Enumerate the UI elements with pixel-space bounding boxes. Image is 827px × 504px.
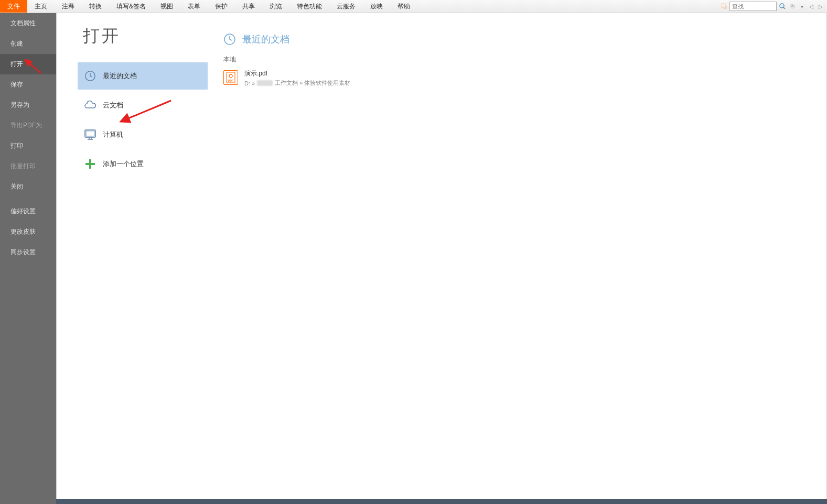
sidebar-item[interactable]: 偏好设置: [0, 201, 56, 222]
top-menu-bar: 文件主页注释转换填写&签名视图表单保护共享浏览特色功能云服务放映帮助 ▾ ◁ ▷: [0, 0, 827, 13]
settings-icon[interactable]: [788, 2, 797, 10]
file-path: D: » 工作文档 » 体验软件使用素材: [244, 79, 350, 87]
top-right-controls: ▾ ◁ ▷: [720, 0, 827, 13]
menu-item[interactable]: 特色功能: [289, 0, 329, 13]
local-section-label: 本地: [223, 55, 826, 64]
sidebar-item[interactable]: 打印: [0, 136, 56, 156]
menu-item[interactable]: 填写&签名: [109, 0, 153, 13]
sidebar-item[interactable]: 关闭: [0, 177, 56, 197]
page-title: 打开: [78, 25, 208, 48]
recent-panel: 最近的文档 本地 PDF 演示.pdf D: » 工作文档 » 体验软件使用素材: [208, 13, 826, 503]
open-source-label: 云文档: [103, 101, 123, 110]
clock-icon: [84, 70, 96, 82]
open-source-label: 添加一个位置: [103, 159, 144, 169]
sidebar-item[interactable]: 文档属性: [0, 13, 56, 34]
quick-find-icon[interactable]: [720, 2, 728, 10]
menu-item[interactable]: 转换: [82, 0, 109, 13]
main-content: 打开 最近的文档云文档计算机添加一个位置 最近的文档 本地 PDF 演示.pdf…: [56, 13, 827, 504]
file-info: 演示.pdf D: » 工作文档 » 体验软件使用素材: [244, 69, 350, 87]
menu-item[interactable]: 主页: [27, 0, 55, 13]
sidebar-item[interactable]: 打开: [0, 54, 56, 74]
open-source-item[interactable]: 最近的文档: [78, 62, 208, 90]
search-input[interactable]: [729, 2, 777, 11]
svg-point-4: [790, 4, 794, 8]
recent-header: 最近的文档: [223, 33, 826, 46]
cloud-icon: [84, 99, 96, 112]
menu-item[interactable]: 共享: [235, 0, 262, 13]
svg-point-1: [724, 6, 727, 9]
nav-back-icon[interactable]: ◁: [807, 2, 815, 10]
monitor-icon: [84, 128, 96, 141]
file-sidebar: 文档属性创建打开保存另存为导出PDF为打印批量打印关闭偏好设置更改皮肤同步设置: [0, 13, 56, 504]
sidebar-item[interactable]: 同步设置: [0, 242, 56, 262]
open-source-label: 计算机: [103, 130, 123, 139]
svg-point-2: [780, 4, 784, 8]
sidebar-item[interactable]: 另存为: [0, 95, 56, 115]
menu-item[interactable]: 云服务: [329, 0, 363, 13]
open-source-item[interactable]: 云文档: [78, 92, 208, 119]
svg-line-3: [783, 7, 785, 9]
open-sources-panel: 打开 最近的文档云文档计算机添加一个位置: [57, 13, 208, 503]
menu-item[interactable]: 放映: [363, 0, 390, 13]
menu-item[interactable]: 表单: [180, 0, 208, 13]
menu-item[interactable]: 注释: [55, 0, 82, 13]
svg-text:PDF: PDF: [228, 79, 233, 82]
menu-item[interactable]: 文件: [0, 0, 27, 13]
sidebar-item[interactable]: 批量打印: [0, 156, 56, 177]
sidebar-item[interactable]: 创建: [0, 34, 56, 54]
open-source-item[interactable]: 计算机: [78, 121, 208, 148]
menu-item[interactable]: 保护: [208, 0, 235, 13]
svg-point-5: [792, 6, 793, 7]
open-source-label: 最近的文档: [103, 71, 137, 81]
main-body: 文档属性创建打开保存另存为导出PDF为打印批量打印关闭偏好设置更改皮肤同步设置 …: [0, 13, 827, 504]
svg-rect-8: [86, 131, 94, 136]
nav-forward-icon[interactable]: ▷: [817, 2, 825, 10]
file-name: 演示.pdf: [244, 69, 350, 78]
menu-item[interactable]: 视图: [153, 0, 180, 13]
search-button[interactable]: [778, 2, 787, 11]
pdf-file-icon: PDF: [223, 70, 238, 85]
recent-title: 最近的文档: [242, 33, 289, 46]
clock-icon: [223, 33, 236, 46]
menu-item[interactable]: 浏览: [262, 0, 289, 13]
sidebar-item[interactable]: 导出PDF为: [0, 115, 56, 136]
svg-rect-13: [85, 163, 95, 165]
sidebar-item[interactable]: 更改皮肤: [0, 222, 56, 242]
open-source-item[interactable]: 添加一个位置: [78, 150, 208, 178]
dropdown-icon[interactable]: ▾: [798, 2, 806, 10]
recent-file-item[interactable]: PDF 演示.pdf D: » 工作文档 » 体验软件使用素材: [223, 67, 826, 89]
sidebar-item[interactable]: 保存: [0, 74, 56, 95]
status-bar: [56, 499, 827, 504]
menu-item[interactable]: 帮助: [390, 0, 417, 13]
plus-icon: [84, 158, 96, 170]
redacted-path-segment: [257, 80, 273, 86]
